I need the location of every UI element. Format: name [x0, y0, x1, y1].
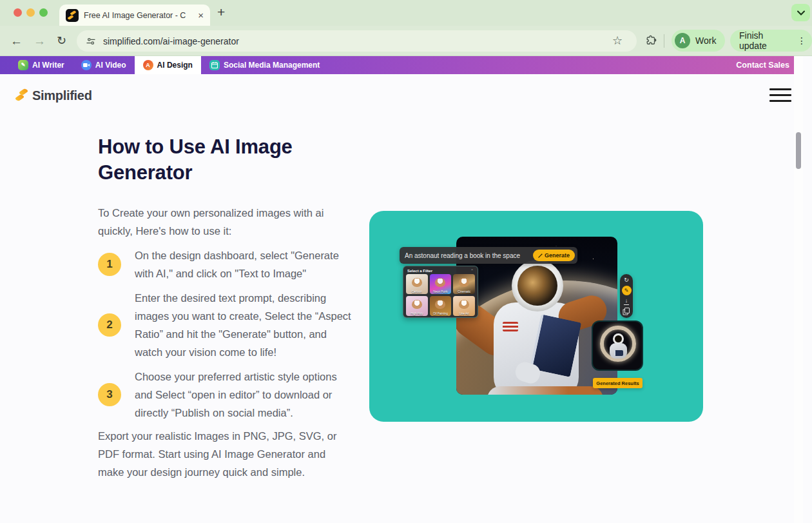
step-text: On the design dashboard, select "Generat…	[135, 246, 353, 282]
collapse-caret-icon: ⌃	[470, 269, 474, 273]
address-bar[interactable]: simplified.com/ai-image-generator	[77, 30, 637, 52]
brand-name: Simplified	[32, 88, 92, 103]
art-prompt-text: An astonaut reading a book in the space	[405, 252, 520, 259]
url-text: simplified.com/ai-image-generator	[103, 36, 239, 46]
close-window-button[interactable]	[14, 8, 22, 17]
web-page: Simplified How to Use AI Image Generator…	[0, 74, 803, 523]
profile-button[interactable]: A Work	[672, 30, 725, 52]
finish-update-label: Finish update	[739, 30, 793, 51]
download-icon: ↓	[624, 298, 629, 305]
extensions-icon[interactable]	[646, 35, 657, 46]
product-nav-bar: ✎ AI Writer AI Video A AI Design Social …	[0, 56, 803, 74]
generated-results-badge: Generated Results	[593, 378, 643, 388]
filter-thumbnail: Oil Painting	[430, 296, 452, 316]
list-item: 1 On the design dashboard, select "Gener…	[98, 246, 382, 282]
contact-sales-link[interactable]: Contact Sales	[736, 61, 789, 70]
filter-thumbnail: Line Art	[453, 296, 475, 316]
art-filter-panel: Select a Filter ⌃ Cartoon Neon Punk Cine…	[403, 266, 478, 318]
profile-label: Work	[695, 35, 716, 46]
regenerate-icon: ↻	[624, 277, 629, 283]
profile-avatar: A	[675, 33, 690, 48]
new-tab-button[interactable]: +	[217, 5, 225, 20]
art-generate-button: Generate	[533, 250, 575, 261]
back-button[interactable]: ←	[10, 35, 23, 47]
list-item: 2 Enter the desired text prompt, describ…	[98, 289, 382, 361]
flag-patch	[503, 322, 518, 331]
reload-button[interactable]: ↻	[57, 35, 66, 46]
social-media-icon	[209, 60, 220, 70]
ai-video-icon	[81, 60, 92, 70]
mini-book-art	[614, 350, 623, 356]
chevron-down-icon	[797, 10, 805, 15]
filter-panel-title: Select a Filter	[407, 269, 432, 273]
generated-result-thumbnail	[592, 321, 643, 371]
finish-update-button[interactable]: Finish update ⋮	[730, 30, 812, 52]
step-text: Enter the desired text prompt, describin…	[135, 289, 353, 361]
nav-item-ai-video[interactable]: AI Video	[73, 56, 135, 74]
nav-label: AI Design	[157, 61, 193, 70]
copy-icon	[624, 308, 630, 313]
filter-thumbnail: Cartoon	[406, 274, 428, 294]
ai-writer-icon: ✎	[18, 60, 28, 70]
step-number-badge: 1	[98, 253, 121, 276]
edit-pencil-icon: ✎	[622, 286, 632, 295]
filter-thumbnail: Neon Punk	[430, 274, 452, 294]
article-copy: How to Use AI Image Generator To Create …	[98, 134, 382, 481]
tab-strip: Free AI Image Generator - Cre × +	[0, 0, 812, 26]
step-text: Choose your preferred artistic style opt…	[135, 368, 353, 422]
step-number-badge: 2	[98, 313, 121, 337]
nav-item-ai-writer[interactable]: ✎ AI Writer	[10, 56, 73, 74]
nav-label: Social Media Management	[224, 61, 320, 70]
nav-label: AI Writer	[32, 61, 64, 70]
tab-search-button[interactable]	[791, 4, 810, 21]
simplified-logo[interactable]: Simplified	[14, 88, 92, 103]
ai-design-icon: A	[143, 60, 153, 70]
zoom-window-button[interactable]	[39, 8, 48, 17]
astronaut-legs	[487, 386, 603, 395]
hero-illustration-card: An astonaut reading a book in the space …	[369, 211, 703, 422]
astronaut-helmet	[512, 260, 563, 311]
art-prompt-bar: An astonaut reading a book in the space …	[400, 247, 577, 264]
nav-label: AI Video	[95, 61, 126, 70]
simplified-logo-mark	[14, 88, 30, 103]
hamburger-menu-icon[interactable]	[769, 88, 791, 102]
page-scrollbar[interactable]	[794, 56, 803, 523]
art-tool-sidebar: ↻ ✎ ↓	[620, 274, 633, 318]
list-item: 3 Choose your preferred artistic style o…	[98, 368, 382, 422]
nav-item-ai-design[interactable]: A AI Design	[135, 56, 201, 74]
filter-grid: Cartoon Neon Punk Cinematic High Poly Oi…	[406, 274, 475, 316]
filter-thumbnail: High Poly	[406, 296, 428, 316]
page-title: How to Use AI Image Generator	[98, 134, 375, 186]
outro-paragraph: Export your realistic Images in PNG, JPG…	[98, 427, 342, 481]
filter-thumbnail: Cinematic	[453, 274, 475, 294]
toolbar-divider	[664, 34, 664, 48]
tab-title: Free AI Image Generator - Cre	[84, 11, 186, 20]
browser-window: Free AI Image Generator - Cre × + ← → ↻ …	[0, 0, 812, 523]
nav-item-social-media-management[interactable]: Social Media Management	[201, 56, 328, 74]
simplified-favicon	[66, 9, 79, 22]
wand-icon	[538, 253, 543, 258]
browser-menu-icon[interactable]: ⋮	[797, 35, 806, 46]
minimize-window-button[interactable]	[26, 8, 35, 17]
step-number-badge: 3	[98, 383, 121, 406]
steps-list: 1 On the design dashboard, select "Gener…	[98, 246, 382, 422]
scrollbar-thumb[interactable]	[796, 132, 801, 169]
close-tab-icon[interactable]: ×	[198, 10, 204, 20]
astronaut-visor	[517, 266, 557, 306]
intro-paragraph: To Create your own personalized images w…	[98, 204, 331, 240]
bookmark-star-icon[interactable]: ☆	[612, 34, 623, 48]
browser-toolbar: ← → ↻ simplified.com/ai-image-generator …	[0, 26, 812, 56]
site-settings-icon[interactable]	[86, 36, 96, 46]
forward-button[interactable]: →	[34, 35, 46, 47]
browser-tab[interactable]: Free AI Image Generator - Cre ×	[59, 5, 210, 26]
